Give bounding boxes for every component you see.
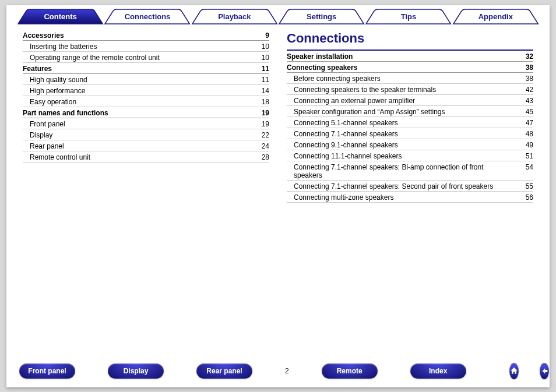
tab-tips[interactable]: Tips — [365, 9, 452, 25]
toc-label: Connecting 11.1-channel speakers — [294, 152, 519, 160]
toc-label: Connecting speakers — [287, 63, 357, 72]
toc-heading[interactable]: Features11 — [23, 63, 269, 74]
toc-label: Connecting 7.1-channel speakers: Bi-amp … — [294, 163, 519, 179]
rear-panel-button[interactable]: Rear panel — [196, 363, 252, 379]
toc-label: Accessories — [23, 31, 64, 40]
toc-page: 9 — [255, 31, 269, 40]
toc-page: 11 — [255, 65, 269, 73]
toc-label: High quality sound — [30, 76, 255, 84]
toc-page: 47 — [519, 119, 533, 127]
toc-label: Speaker installation — [287, 52, 353, 61]
toc-page: 14 — [255, 87, 269, 95]
toc-entry[interactable]: Before connecting speakers38 — [287, 73, 533, 84]
toc-entry[interactable]: Operating range of the remote control un… — [23, 52, 269, 63]
section-title: Connections — [287, 31, 533, 46]
content-area: Accessories9Inserting the batteries10Ope… — [6, 25, 550, 387]
tab-appendix[interactable]: Appendix — [452, 9, 539, 25]
tab-connections[interactable]: Connections — [104, 9, 191, 25]
toc-label: High performance — [30, 87, 255, 95]
document-page: Contents Connections Playback Settings T… — [6, 5, 550, 387]
toc-page: 42 — [519, 86, 533, 94]
toc-entry[interactable]: Connecting speakers to the speaker termi… — [287, 84, 533, 95]
toc-label: Connecting an external power amplifier — [294, 97, 519, 105]
toc-page: 32 — [519, 52, 533, 61]
toc-entry[interactable]: Connecting multi-zone speakers56 — [287, 192, 533, 203]
toc-page: 38 — [519, 75, 533, 83]
toc-page: 18 — [255, 98, 269, 106]
toc-label: Inserting the batteries — [30, 43, 255, 51]
toc-heading[interactable]: Accessories9 — [23, 30, 269, 41]
toc-label: Connecting 7.1-channel speakers: Second … — [294, 182, 519, 190]
toc-entry[interactable]: Connecting 7.1-channel speakers48 — [287, 128, 533, 139]
toc-page: 49 — [519, 141, 533, 149]
toc-page: 22 — [255, 131, 269, 139]
toc-label: Speaker configuration and “Amp Assign” s… — [294, 108, 519, 116]
index-button[interactable]: Index — [410, 363, 466, 379]
toc-page: 38 — [519, 63, 533, 72]
tab-contents[interactable]: Contents — [17, 9, 104, 25]
toc-entry[interactable]: Inserting the batteries10 — [23, 41, 269, 52]
toc-heading[interactable]: Connecting speakers38 — [287, 62, 533, 73]
toc-page: 10 — [255, 43, 269, 51]
toc-entry[interactable]: Easy operation18 — [23, 96, 269, 107]
toc-left-column: Accessories9Inserting the batteries10Ope… — [23, 30, 269, 387]
page-number: 2 — [285, 367, 289, 375]
toc-entry[interactable]: High performance14 — [23, 85, 269, 96]
toc-page: 51 — [519, 152, 533, 160]
toc-entry[interactable]: Connecting 7.1-channel speakers: Bi-amp … — [287, 161, 533, 181]
toc-entry[interactable]: Connecting 9.1-channel speakers49 — [287, 139, 533, 150]
front-panel-button[interactable]: Front panel — [19, 363, 75, 379]
display-button[interactable]: Display — [108, 363, 164, 379]
toc-label: Connecting speakers to the speaker termi… — [294, 86, 519, 94]
toc-label: Connecting 7.1-channel speakers — [294, 130, 519, 138]
toc-label: Rear panel — [30, 142, 255, 150]
toc-entry[interactable]: Connecting 5.1-channel speakers47 — [287, 117, 533, 128]
remote-button[interactable]: Remote — [322, 363, 378, 379]
prev-page-icon[interactable] — [540, 363, 549, 379]
toc-entry[interactable]: Connecting an external power amplifier43 — [287, 95, 533, 106]
toc-entry[interactable]: Speaker configuration and “Amp Assign” s… — [287, 106, 533, 117]
toc-page: 43 — [519, 97, 533, 105]
toc-label: Features — [23, 65, 52, 73]
footer-bar: Front panelDisplayRear panel2RemoteIndex — [6, 363, 550, 379]
toc-entry[interactable]: Connecting 7.1-channel speakers: Second … — [287, 181, 533, 192]
toc-page: 19 — [255, 109, 269, 117]
toc-label: Connecting multi-zone speakers — [294, 193, 519, 202]
toc-page: 55 — [519, 182, 533, 190]
toc-label: Display — [30, 131, 255, 139]
toc-heading[interactable]: Speaker installation32 — [287, 50, 533, 62]
toc-label: Operating range of the remote control un… — [30, 54, 255, 62]
tab-playback[interactable]: Playback — [191, 9, 278, 25]
top-tabs: Contents Connections Playback Settings T… — [6, 5, 550, 25]
home-icon[interactable] — [509, 363, 519, 379]
toc-page: 54 — [519, 163, 533, 179]
toc-entry[interactable]: Rear panel24 — [23, 140, 269, 151]
toc-right-column: Connections Speaker installation32Connec… — [287, 30, 533, 387]
toc-page: 19 — [255, 120, 269, 128]
toc-label: Remote control unit — [30, 153, 255, 161]
toc-label: Part names and functions — [23, 109, 108, 117]
toc-page: 45 — [519, 108, 533, 116]
tab-settings[interactable]: Settings — [278, 9, 365, 25]
toc-entry[interactable]: Display22 — [23, 129, 269, 140]
toc-page: 28 — [255, 153, 269, 161]
toc-label: Before connecting speakers — [294, 75, 519, 83]
toc-page: 11 — [255, 76, 269, 84]
toc-page: 10 — [255, 54, 269, 62]
toc-heading[interactable]: Part names and functions19 — [23, 107, 269, 118]
toc-label: Easy operation — [30, 98, 255, 106]
toc-page: 24 — [255, 142, 269, 150]
toc-entry[interactable]: Front panel19 — [23, 118, 269, 129]
toc-page: 48 — [519, 130, 533, 138]
toc-page: 56 — [519, 193, 533, 202]
toc-label: Front panel — [30, 120, 255, 128]
toc-entry[interactable]: Connecting 11.1-channel speakers51 — [287, 150, 533, 161]
toc-label: Connecting 9.1-channel speakers — [294, 141, 519, 149]
toc-entry[interactable]: High quality sound11 — [23, 74, 269, 85]
toc-label: Connecting 5.1-channel speakers — [294, 119, 519, 127]
toc-entry[interactable]: Remote control unit28 — [23, 151, 269, 163]
